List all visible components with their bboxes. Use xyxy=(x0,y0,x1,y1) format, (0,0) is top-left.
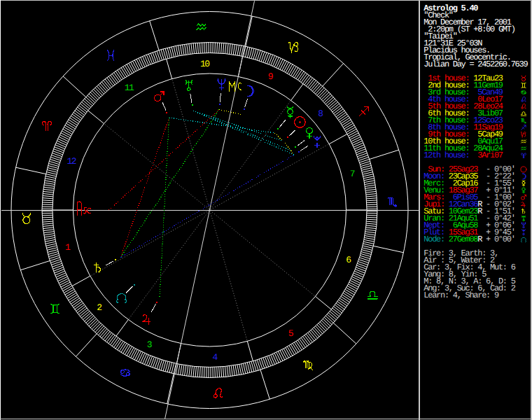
svg-text:3: 3 xyxy=(147,340,152,350)
svg-text:2: 2 xyxy=(97,302,102,313)
svg-text:9: 9 xyxy=(268,71,273,82)
svg-text:12: 12 xyxy=(66,156,76,167)
svg-text:5: 5 xyxy=(288,328,293,339)
svg-text:Julian Day = 2452260.7639: Julian Day = 2452260.7639 xyxy=(424,59,528,69)
svg-text:7: 7 xyxy=(350,169,355,179)
svg-text:27Gem08: 27Gem08 xyxy=(449,234,479,244)
svg-text:3Ari07: 3Ari07 xyxy=(473,150,503,160)
svg-text:11: 11 xyxy=(125,83,134,93)
svg-text:Node:: Node: xyxy=(424,234,444,244)
svg-text:12th house:: 12th house: xyxy=(424,150,469,160)
svg-text:+ 0°00': + 0°00' xyxy=(482,234,514,244)
svg-text:6: 6 xyxy=(346,255,351,265)
svg-text:10: 10 xyxy=(200,59,209,69)
svg-text:8: 8 xyxy=(318,108,323,119)
svg-text:Learn: 4, Share: 9: Learn: 4, Share: 9 xyxy=(424,290,499,300)
